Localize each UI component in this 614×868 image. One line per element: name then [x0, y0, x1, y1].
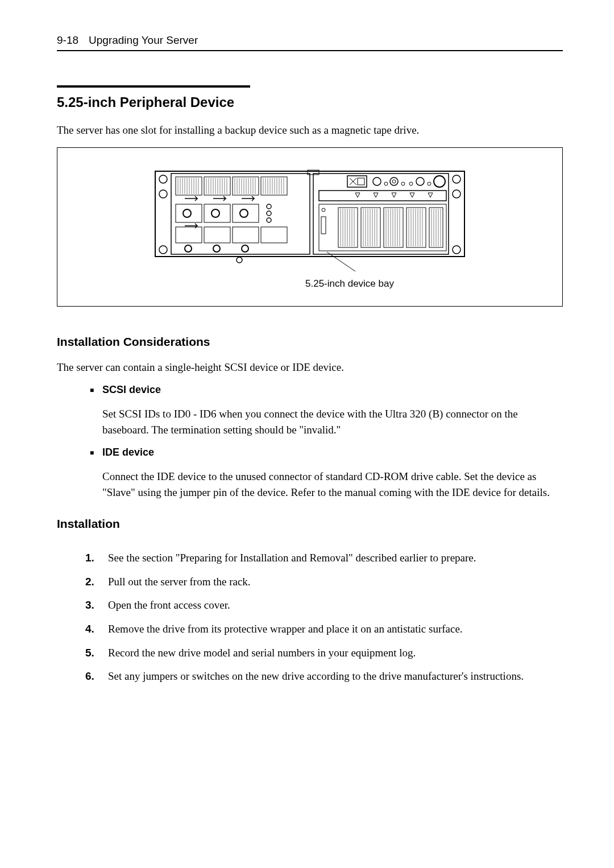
- installation-heading: Installation: [57, 517, 563, 531]
- svg-point-77: [401, 182, 405, 185]
- svg-point-76: [392, 180, 396, 183]
- installation-steps: 1.See the section "Preparing for Install…: [57, 550, 563, 684]
- step-5: 5.Record the new drive model and serial …: [85, 645, 563, 661]
- step-2: 2.Pull out the server from the rack.: [85, 574, 563, 590]
- svg-rect-61: [176, 227, 202, 243]
- step-1: 1.See the section "Preparing for Install…: [85, 550, 563, 566]
- svg-point-5: [453, 190, 460, 198]
- svg-point-57: [240, 209, 248, 217]
- svg-point-1: [159, 175, 167, 183]
- svg-rect-52: [176, 204, 202, 222]
- svg-point-75: [390, 177, 398, 185]
- svg-rect-86: [384, 208, 403, 247]
- svg-rect-84: [338, 208, 358, 247]
- svg-rect-64: [261, 227, 287, 243]
- svg-point-56: [211, 209, 219, 217]
- section-heading: 5.25-inch Peripheral Device: [57, 85, 250, 110]
- svg-rect-11: [261, 177, 287, 195]
- svg-rect-85: [361, 208, 380, 247]
- svg-point-66: [213, 245, 220, 252]
- svg-point-74: [384, 182, 388, 185]
- svg-point-81: [434, 176, 445, 187]
- svg-rect-9: [204, 177, 230, 195]
- svg-point-3: [159, 246, 167, 254]
- step-6: 6.Set any jumpers or switches on the new…: [85, 668, 563, 684]
- svg-rect-123: [321, 217, 326, 234]
- svg-point-58: [267, 204, 271, 209]
- ide-desc: Connect the IDE device to the unused con…: [57, 469, 563, 500]
- svg-point-2: [159, 190, 167, 198]
- svg-point-122: [322, 208, 325, 212]
- svg-rect-63: [233, 227, 259, 243]
- scsi-desc: Set SCSI IDs to ID0 - ID6 when you conne…: [57, 406, 563, 437]
- svg-point-68: [237, 257, 242, 263]
- step-3: 3.Open the front access cover.: [85, 597, 563, 613]
- bullet-item-ide: IDE device: [57, 447, 563, 458]
- server-diagram: 5.25-inch device bay: [57, 147, 563, 307]
- step-num: 3.: [85, 597, 94, 613]
- step-text: Remove the drive from its protective wra…: [108, 623, 463, 635]
- svg-rect-87: [406, 208, 426, 247]
- step-4: 4.Remove the drive from its protective w…: [85, 621, 563, 637]
- svg-point-4: [453, 175, 460, 183]
- svg-rect-53: [204, 204, 230, 222]
- svg-rect-70: [313, 173, 449, 254]
- step-text: Set any jumpers or switches on the new d…: [108, 670, 524, 682]
- step-num: 1.: [85, 550, 94, 566]
- considerations-intro: The server can contain a single-height S…: [57, 360, 563, 375]
- intro-text: The server has one slot for installing a…: [57, 123, 563, 138]
- ide-title: IDE device: [102, 447, 154, 458]
- diagram-callout: 5.25-inch device bay: [305, 278, 394, 290]
- svg-point-55: [183, 209, 191, 217]
- svg-line-124: [327, 252, 355, 271]
- step-num: 2.: [85, 574, 94, 590]
- svg-point-80: [428, 182, 431, 185]
- step-text: Pull out the server from the rack.: [108, 576, 251, 588]
- svg-point-67: [242, 245, 248, 252]
- svg-rect-72: [358, 178, 364, 185]
- svg-rect-8: [176, 177, 202, 195]
- svg-rect-10: [233, 177, 259, 195]
- step-text: See the section "Preparing for Installat…: [108, 552, 476, 564]
- svg-point-65: [185, 245, 192, 252]
- svg-rect-82: [319, 191, 446, 201]
- bullet-item-scsi: SCSI device: [57, 384, 563, 396]
- svg-point-60: [267, 218, 271, 222]
- page-number: 9-18: [57, 34, 78, 47]
- svg-point-79: [416, 177, 424, 185]
- step-text: Record the new drive model and serial nu…: [108, 647, 416, 659]
- step-num: 5.: [85, 645, 94, 661]
- svg-point-59: [267, 211, 271, 216]
- step-num: 6.: [85, 668, 94, 684]
- step-text: Open the front access cover.: [108, 599, 230, 611]
- step-num: 4.: [85, 621, 94, 637]
- header-title: Upgrading Your Server: [89, 34, 198, 47]
- svg-point-73: [373, 177, 381, 185]
- svg-rect-62: [204, 227, 230, 243]
- svg-point-6: [453, 246, 460, 254]
- scsi-title: SCSI device: [102, 384, 161, 395]
- svg-rect-71: [347, 176, 367, 187]
- svg-point-78: [409, 182, 413, 185]
- considerations-heading: Installation Considerations: [57, 335, 563, 349]
- server-chassis-illustration: [151, 164, 469, 272]
- page-header: 9-18 Upgrading Your Server: [57, 34, 563, 51]
- svg-rect-54: [233, 204, 259, 222]
